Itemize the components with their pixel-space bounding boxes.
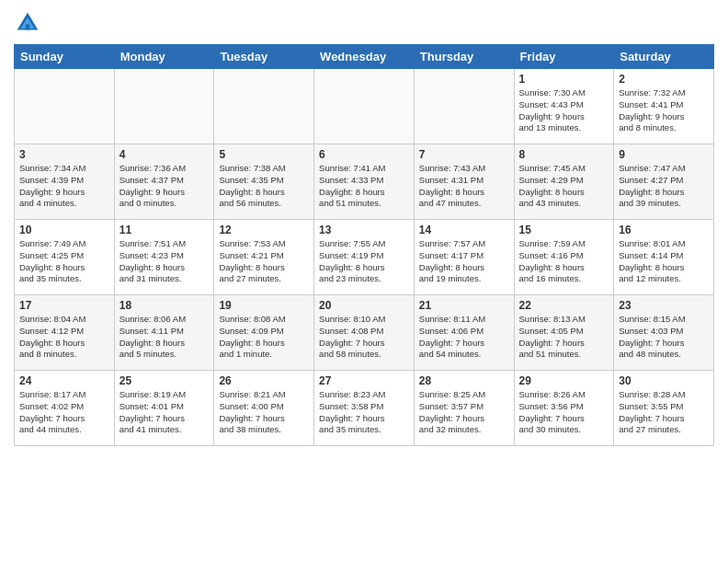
weekday-friday: Friday xyxy=(514,45,614,69)
calendar-cell xyxy=(214,69,314,144)
day-info: Sunrise: 7:57 AM Sunset: 4:17 PM Dayligh… xyxy=(419,238,509,285)
day-info: Sunrise: 8:10 AM Sunset: 4:08 PM Dayligh… xyxy=(319,314,409,361)
day-info: Sunrise: 8:17 AM Sunset: 4:02 PM Dayligh… xyxy=(19,389,109,436)
calendar-cell: 12Sunrise: 7:53 AM Sunset: 4:21 PM Dayli… xyxy=(214,220,314,295)
day-number: 27 xyxy=(319,374,409,387)
day-number: 2 xyxy=(619,73,709,86)
weekday-monday: Monday xyxy=(114,45,214,69)
calendar-cell: 15Sunrise: 7:59 AM Sunset: 4:16 PM Dayli… xyxy=(514,220,614,295)
day-info: Sunrise: 8:19 AM Sunset: 4:01 PM Dayligh… xyxy=(119,389,210,436)
day-number: 5 xyxy=(219,148,309,161)
calendar-cell: 9Sunrise: 7:47 AM Sunset: 4:27 PM Daylig… xyxy=(614,144,714,220)
day-info: Sunrise: 7:38 AM Sunset: 4:35 PM Dayligh… xyxy=(219,163,309,210)
day-number: 4 xyxy=(119,148,210,161)
day-number: 20 xyxy=(319,299,409,312)
day-info: Sunrise: 8:06 AM Sunset: 4:11 PM Dayligh… xyxy=(119,314,210,361)
day-info: Sunrise: 7:41 AM Sunset: 4:33 PM Dayligh… xyxy=(319,163,409,210)
calendar-cell: 16Sunrise: 8:01 AM Sunset: 4:14 PM Dayli… xyxy=(614,220,714,295)
week-row-0: 1Sunrise: 7:30 AM Sunset: 4:43 PM Daylig… xyxy=(15,69,714,144)
day-number: 25 xyxy=(119,374,210,387)
weekday-thursday: Thursday xyxy=(414,45,514,69)
day-info: Sunrise: 8:25 AM Sunset: 3:57 PM Dayligh… xyxy=(419,389,509,436)
calendar-cell xyxy=(314,69,415,144)
day-number: 13 xyxy=(319,224,409,236)
day-number: 14 xyxy=(419,224,509,236)
calendar-page: SundayMondayTuesdayWednesdayThursdayFrid… xyxy=(0,0,728,563)
day-info: Sunrise: 8:04 AM Sunset: 4:12 PM Dayligh… xyxy=(19,314,109,361)
calendar-cell: 24Sunrise: 8:17 AM Sunset: 4:02 PM Dayli… xyxy=(15,371,115,446)
day-info: Sunrise: 7:32 AM Sunset: 4:41 PM Dayligh… xyxy=(619,87,709,134)
day-number: 28 xyxy=(419,374,509,387)
day-number: 8 xyxy=(519,148,609,161)
weekday-header-row: SundayMondayTuesdayWednesdayThursdayFrid… xyxy=(15,45,714,69)
day-number: 15 xyxy=(519,224,609,236)
header xyxy=(14,9,714,37)
day-number: 9 xyxy=(619,148,709,161)
day-number: 7 xyxy=(419,148,509,161)
day-info: Sunrise: 8:26 AM Sunset: 3:56 PM Dayligh… xyxy=(519,389,609,436)
week-row-3: 17Sunrise: 8:04 AM Sunset: 4:12 PM Dayli… xyxy=(15,295,714,371)
calendar-cell: 19Sunrise: 8:08 AM Sunset: 4:09 PM Dayli… xyxy=(214,295,314,371)
calendar-cell: 25Sunrise: 8:19 AM Sunset: 4:01 PM Dayli… xyxy=(114,371,214,446)
day-number: 17 xyxy=(19,299,109,312)
day-info: Sunrise: 7:49 AM Sunset: 4:25 PM Dayligh… xyxy=(19,238,109,285)
calendar-cell: 30Sunrise: 8:28 AM Sunset: 3:55 PM Dayli… xyxy=(614,371,714,446)
day-info: Sunrise: 7:30 AM Sunset: 4:43 PM Dayligh… xyxy=(519,87,609,134)
calendar-cell: 1Sunrise: 7:30 AM Sunset: 4:43 PM Daylig… xyxy=(514,69,614,144)
calendar-cell: 13Sunrise: 7:55 AM Sunset: 4:19 PM Dayli… xyxy=(314,220,415,295)
calendar-cell: 5Sunrise: 7:38 AM Sunset: 4:35 PM Daylig… xyxy=(214,144,314,220)
calendar-cell: 3Sunrise: 7:34 AM Sunset: 4:39 PM Daylig… xyxy=(15,144,115,220)
day-number: 12 xyxy=(219,224,309,236)
calendar-cell: 7Sunrise: 7:43 AM Sunset: 4:31 PM Daylig… xyxy=(414,144,514,220)
day-number: 6 xyxy=(319,148,409,161)
weekday-sunday: Sunday xyxy=(15,45,115,69)
calendar-table: SundayMondayTuesdayWednesdayThursdayFrid… xyxy=(14,44,714,446)
day-number: 3 xyxy=(19,148,109,161)
calendar-cell: 2Sunrise: 7:32 AM Sunset: 4:41 PM Daylig… xyxy=(614,69,714,144)
day-number: 23 xyxy=(619,299,709,312)
day-info: Sunrise: 7:55 AM Sunset: 4:19 PM Dayligh… xyxy=(319,238,409,285)
day-number: 16 xyxy=(619,224,709,236)
week-row-4: 24Sunrise: 8:17 AM Sunset: 4:02 PM Dayli… xyxy=(15,371,714,446)
calendar-cell: 23Sunrise: 8:15 AM Sunset: 4:03 PM Dayli… xyxy=(614,295,714,371)
weekday-wednesday: Wednesday xyxy=(314,45,415,69)
calendar-cell: 14Sunrise: 7:57 AM Sunset: 4:17 PM Dayli… xyxy=(414,220,514,295)
day-info: Sunrise: 7:45 AM Sunset: 4:29 PM Dayligh… xyxy=(519,163,609,210)
day-number: 24 xyxy=(19,374,109,387)
day-info: Sunrise: 8:11 AM Sunset: 4:06 PM Dayligh… xyxy=(419,314,509,361)
calendar-cell: 6Sunrise: 7:41 AM Sunset: 4:33 PM Daylig… xyxy=(314,144,415,220)
day-info: Sunrise: 8:28 AM Sunset: 3:55 PM Dayligh… xyxy=(619,389,709,436)
day-info: Sunrise: 8:15 AM Sunset: 4:03 PM Dayligh… xyxy=(619,314,709,361)
day-info: Sunrise: 7:53 AM Sunset: 4:21 PM Dayligh… xyxy=(219,238,309,285)
day-info: Sunrise: 8:23 AM Sunset: 3:58 PM Dayligh… xyxy=(319,389,409,436)
calendar-cell: 4Sunrise: 7:36 AM Sunset: 4:37 PM Daylig… xyxy=(114,144,214,220)
day-info: Sunrise: 8:13 AM Sunset: 4:05 PM Dayligh… xyxy=(519,314,609,361)
logo-icon xyxy=(14,9,41,37)
day-info: Sunrise: 7:51 AM Sunset: 4:23 PM Dayligh… xyxy=(119,238,210,285)
calendar-cell: 20Sunrise: 8:10 AM Sunset: 4:08 PM Dayli… xyxy=(314,295,415,371)
day-number: 1 xyxy=(519,73,609,86)
svg-rect-2 xyxy=(26,25,30,30)
day-info: Sunrise: 7:34 AM Sunset: 4:39 PM Dayligh… xyxy=(19,163,109,210)
day-number: 30 xyxy=(619,374,709,387)
week-row-2: 10Sunrise: 7:49 AM Sunset: 4:25 PM Dayli… xyxy=(15,220,714,295)
calendar-cell: 11Sunrise: 7:51 AM Sunset: 4:23 PM Dayli… xyxy=(114,220,214,295)
day-number: 22 xyxy=(519,299,609,312)
day-number: 21 xyxy=(419,299,509,312)
calendar-cell: 22Sunrise: 8:13 AM Sunset: 4:05 PM Dayli… xyxy=(514,295,614,371)
logo xyxy=(14,9,45,37)
calendar-cell xyxy=(414,69,514,144)
day-number: 10 xyxy=(19,224,109,236)
calendar-cell: 10Sunrise: 7:49 AM Sunset: 4:25 PM Dayli… xyxy=(15,220,115,295)
weekday-saturday: Saturday xyxy=(614,45,714,69)
day-number: 18 xyxy=(119,299,210,312)
calendar-cell: 26Sunrise: 8:21 AM Sunset: 4:00 PM Dayli… xyxy=(214,371,314,446)
day-number: 11 xyxy=(119,224,210,236)
week-row-1: 3Sunrise: 7:34 AM Sunset: 4:39 PM Daylig… xyxy=(15,144,714,220)
calendar-cell: 8Sunrise: 7:45 AM Sunset: 4:29 PM Daylig… xyxy=(514,144,614,220)
calendar-cell: 21Sunrise: 8:11 AM Sunset: 4:06 PM Dayli… xyxy=(414,295,514,371)
calendar-cell xyxy=(114,69,214,144)
calendar-cell: 27Sunrise: 8:23 AM Sunset: 3:58 PM Dayli… xyxy=(314,371,415,446)
day-info: Sunrise: 7:43 AM Sunset: 4:31 PM Dayligh… xyxy=(419,163,509,210)
weekday-tuesday: Tuesday xyxy=(214,45,314,69)
